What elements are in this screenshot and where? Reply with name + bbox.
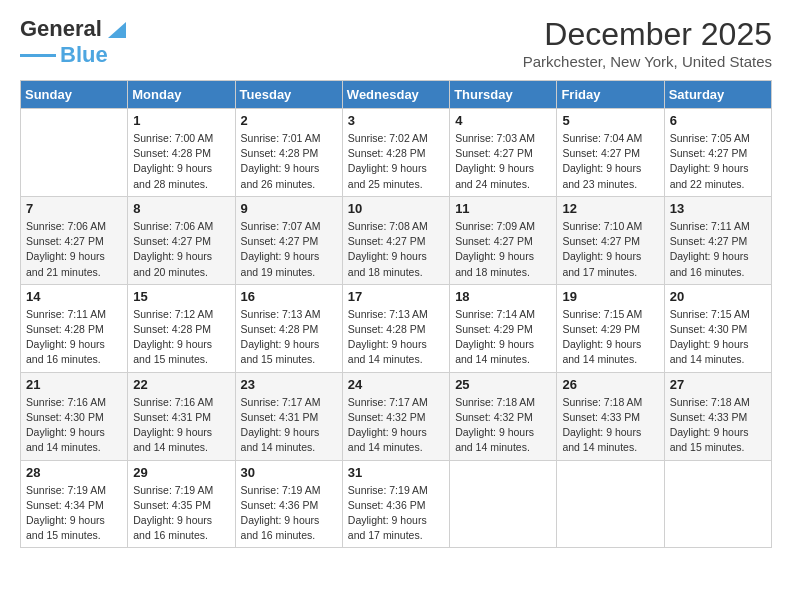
calendar-cell: 1Sunrise: 7:00 AMSunset: 4:28 PMDaylight… bbox=[128, 109, 235, 197]
calendar-cell: 12Sunrise: 7:10 AMSunset: 4:27 PMDayligh… bbox=[557, 196, 664, 284]
calendar-cell: 18Sunrise: 7:14 AMSunset: 4:29 PMDayligh… bbox=[450, 284, 557, 372]
svg-marker-0 bbox=[108, 22, 126, 38]
main-title: December 2025 bbox=[523, 16, 772, 53]
day-info: Sunrise: 7:19 AMSunset: 4:35 PMDaylight:… bbox=[133, 483, 229, 544]
calendar-cell bbox=[21, 109, 128, 197]
header-thursday: Thursday bbox=[450, 81, 557, 109]
day-number: 8 bbox=[133, 201, 229, 216]
calendar-body: 1Sunrise: 7:00 AMSunset: 4:28 PMDaylight… bbox=[21, 109, 772, 548]
calendar-cell: 28Sunrise: 7:19 AMSunset: 4:34 PMDayligh… bbox=[21, 460, 128, 548]
calendar-cell bbox=[450, 460, 557, 548]
day-info: Sunrise: 7:02 AMSunset: 4:28 PMDaylight:… bbox=[348, 131, 444, 192]
calendar-cell: 7Sunrise: 7:06 AMSunset: 4:27 PMDaylight… bbox=[21, 196, 128, 284]
day-info: Sunrise: 7:15 AMSunset: 4:30 PMDaylight:… bbox=[670, 307, 766, 368]
day-info: Sunrise: 7:17 AMSunset: 4:32 PMDaylight:… bbox=[348, 395, 444, 456]
day-number: 10 bbox=[348, 201, 444, 216]
calendar-cell: 17Sunrise: 7:13 AMSunset: 4:28 PMDayligh… bbox=[342, 284, 449, 372]
day-info: Sunrise: 7:15 AMSunset: 4:29 PMDaylight:… bbox=[562, 307, 658, 368]
day-number: 24 bbox=[348, 377, 444, 392]
day-info: Sunrise: 7:00 AMSunset: 4:28 PMDaylight:… bbox=[133, 131, 229, 192]
calendar-cell: 16Sunrise: 7:13 AMSunset: 4:28 PMDayligh… bbox=[235, 284, 342, 372]
calendar-cell: 27Sunrise: 7:18 AMSunset: 4:33 PMDayligh… bbox=[664, 372, 771, 460]
day-number: 2 bbox=[241, 113, 337, 128]
day-number: 31 bbox=[348, 465, 444, 480]
calendar-cell: 19Sunrise: 7:15 AMSunset: 4:29 PMDayligh… bbox=[557, 284, 664, 372]
calendar-cell: 2Sunrise: 7:01 AMSunset: 4:28 PMDaylight… bbox=[235, 109, 342, 197]
day-number: 25 bbox=[455, 377, 551, 392]
calendar-cell: 20Sunrise: 7:15 AMSunset: 4:30 PMDayligh… bbox=[664, 284, 771, 372]
day-number: 21 bbox=[26, 377, 122, 392]
week-row-4: 28Sunrise: 7:19 AMSunset: 4:34 PMDayligh… bbox=[21, 460, 772, 548]
day-info: Sunrise: 7:18 AMSunset: 4:33 PMDaylight:… bbox=[562, 395, 658, 456]
day-info: Sunrise: 7:03 AMSunset: 4:27 PMDaylight:… bbox=[455, 131, 551, 192]
day-number: 28 bbox=[26, 465, 122, 480]
day-info: Sunrise: 7:19 AMSunset: 4:36 PMDaylight:… bbox=[241, 483, 337, 544]
day-number: 30 bbox=[241, 465, 337, 480]
day-number: 7 bbox=[26, 201, 122, 216]
day-number: 14 bbox=[26, 289, 122, 304]
day-info: Sunrise: 7:04 AMSunset: 4:27 PMDaylight:… bbox=[562, 131, 658, 192]
day-number: 20 bbox=[670, 289, 766, 304]
logo-underline bbox=[20, 54, 56, 57]
day-info: Sunrise: 7:19 AMSunset: 4:34 PMDaylight:… bbox=[26, 483, 122, 544]
day-number: 11 bbox=[455, 201, 551, 216]
day-info: Sunrise: 7:11 AMSunset: 4:27 PMDaylight:… bbox=[670, 219, 766, 280]
calendar-cell: 8Sunrise: 7:06 AMSunset: 4:27 PMDaylight… bbox=[128, 196, 235, 284]
day-info: Sunrise: 7:08 AMSunset: 4:27 PMDaylight:… bbox=[348, 219, 444, 280]
week-row-2: 14Sunrise: 7:11 AMSunset: 4:28 PMDayligh… bbox=[21, 284, 772, 372]
logo-text-general: General bbox=[20, 16, 102, 42]
header-wednesday: Wednesday bbox=[342, 81, 449, 109]
header-tuesday: Tuesday bbox=[235, 81, 342, 109]
day-info: Sunrise: 7:14 AMSunset: 4:29 PMDaylight:… bbox=[455, 307, 551, 368]
day-number: 1 bbox=[133, 113, 229, 128]
calendar-cell: 11Sunrise: 7:09 AMSunset: 4:27 PMDayligh… bbox=[450, 196, 557, 284]
day-info: Sunrise: 7:01 AMSunset: 4:28 PMDaylight:… bbox=[241, 131, 337, 192]
week-row-0: 1Sunrise: 7:00 AMSunset: 4:28 PMDaylight… bbox=[21, 109, 772, 197]
subtitle: Parkchester, New York, United States bbox=[523, 53, 772, 70]
calendar-cell: 15Sunrise: 7:12 AMSunset: 4:28 PMDayligh… bbox=[128, 284, 235, 372]
calendar-cell: 4Sunrise: 7:03 AMSunset: 4:27 PMDaylight… bbox=[450, 109, 557, 197]
day-number: 18 bbox=[455, 289, 551, 304]
calendar-cell: 13Sunrise: 7:11 AMSunset: 4:27 PMDayligh… bbox=[664, 196, 771, 284]
calendar-cell: 22Sunrise: 7:16 AMSunset: 4:31 PMDayligh… bbox=[128, 372, 235, 460]
day-number: 15 bbox=[133, 289, 229, 304]
day-number: 26 bbox=[562, 377, 658, 392]
day-info: Sunrise: 7:19 AMSunset: 4:36 PMDaylight:… bbox=[348, 483, 444, 544]
calendar-cell: 9Sunrise: 7:07 AMSunset: 4:27 PMDaylight… bbox=[235, 196, 342, 284]
day-number: 17 bbox=[348, 289, 444, 304]
day-info: Sunrise: 7:06 AMSunset: 4:27 PMDaylight:… bbox=[26, 219, 122, 280]
calendar-cell: 30Sunrise: 7:19 AMSunset: 4:36 PMDayligh… bbox=[235, 460, 342, 548]
logo-triangle-icon bbox=[104, 20, 126, 42]
calendar-cell: 26Sunrise: 7:18 AMSunset: 4:33 PMDayligh… bbox=[557, 372, 664, 460]
day-info: Sunrise: 7:16 AMSunset: 4:30 PMDaylight:… bbox=[26, 395, 122, 456]
calendar-cell: 31Sunrise: 7:19 AMSunset: 4:36 PMDayligh… bbox=[342, 460, 449, 548]
day-info: Sunrise: 7:09 AMSunset: 4:27 PMDaylight:… bbox=[455, 219, 551, 280]
calendar-cell: 5Sunrise: 7:04 AMSunset: 4:27 PMDaylight… bbox=[557, 109, 664, 197]
day-info: Sunrise: 7:07 AMSunset: 4:27 PMDaylight:… bbox=[241, 219, 337, 280]
day-info: Sunrise: 7:18 AMSunset: 4:33 PMDaylight:… bbox=[670, 395, 766, 456]
calendar-cell: 23Sunrise: 7:17 AMSunset: 4:31 PMDayligh… bbox=[235, 372, 342, 460]
calendar-cell: 14Sunrise: 7:11 AMSunset: 4:28 PMDayligh… bbox=[21, 284, 128, 372]
day-number: 16 bbox=[241, 289, 337, 304]
day-number: 23 bbox=[241, 377, 337, 392]
header-friday: Friday bbox=[557, 81, 664, 109]
day-number: 9 bbox=[241, 201, 337, 216]
day-info: Sunrise: 7:18 AMSunset: 4:32 PMDaylight:… bbox=[455, 395, 551, 456]
day-number: 13 bbox=[670, 201, 766, 216]
day-number: 29 bbox=[133, 465, 229, 480]
calendar-cell: 6Sunrise: 7:05 AMSunset: 4:27 PMDaylight… bbox=[664, 109, 771, 197]
title-block: December 2025 Parkchester, New York, Uni… bbox=[523, 16, 772, 70]
calendar-cell: 24Sunrise: 7:17 AMSunset: 4:32 PMDayligh… bbox=[342, 372, 449, 460]
logo-text-blue: Blue bbox=[60, 42, 108, 68]
day-info: Sunrise: 7:10 AMSunset: 4:27 PMDaylight:… bbox=[562, 219, 658, 280]
calendar-table: SundayMondayTuesdayWednesdayThursdayFrid… bbox=[20, 80, 772, 548]
header-monday: Monday bbox=[128, 81, 235, 109]
calendar-cell: 21Sunrise: 7:16 AMSunset: 4:30 PMDayligh… bbox=[21, 372, 128, 460]
day-info: Sunrise: 7:13 AMSunset: 4:28 PMDaylight:… bbox=[241, 307, 337, 368]
day-number: 3 bbox=[348, 113, 444, 128]
day-info: Sunrise: 7:12 AMSunset: 4:28 PMDaylight:… bbox=[133, 307, 229, 368]
calendar-cell: 3Sunrise: 7:02 AMSunset: 4:28 PMDaylight… bbox=[342, 109, 449, 197]
week-row-3: 21Sunrise: 7:16 AMSunset: 4:30 PMDayligh… bbox=[21, 372, 772, 460]
calendar-cell bbox=[664, 460, 771, 548]
day-info: Sunrise: 7:05 AMSunset: 4:27 PMDaylight:… bbox=[670, 131, 766, 192]
